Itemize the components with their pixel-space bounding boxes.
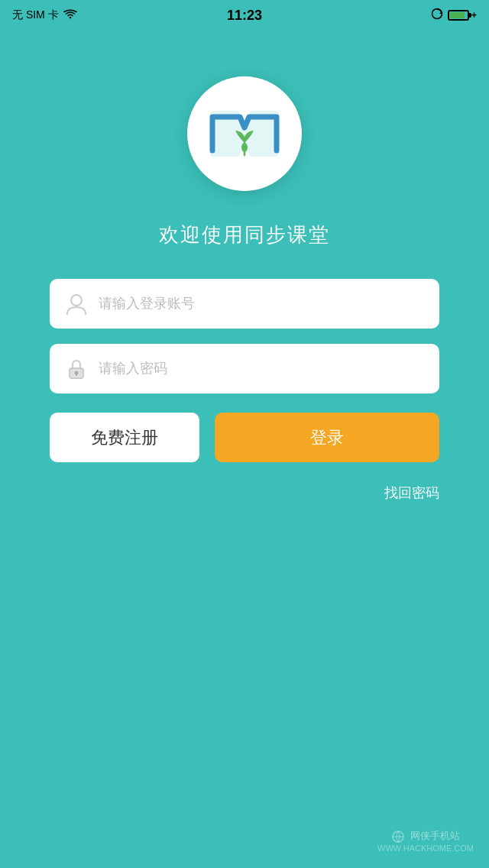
account-icon xyxy=(65,293,88,316)
buttons-row: 免费注册 登录 xyxy=(50,413,439,462)
wifi-icon xyxy=(63,9,77,22)
battery-icon: + xyxy=(448,10,477,21)
status-time: 11:23 xyxy=(227,8,262,24)
watermark-site: 网侠手机站 xyxy=(377,829,474,844)
status-bar: 无 SIM 卡 11:23 + xyxy=(0,0,489,31)
status-right: + xyxy=(431,8,477,23)
svg-point-4 xyxy=(71,295,82,306)
register-button[interactable]: 免费注册 xyxy=(50,413,199,462)
svg-rect-7 xyxy=(76,373,77,376)
password-input[interactable] xyxy=(99,361,424,377)
main-content: 欢迎使用同步课堂 xyxy=(0,31,489,502)
carrier-text: 无 SIM 卡 xyxy=(12,8,59,22)
logo-inner xyxy=(202,99,287,168)
forgot-password-link[interactable]: 找回密码 xyxy=(50,484,439,502)
form-container: 免费注册 登录 找回密码 xyxy=(50,279,439,502)
watermark: 网侠手机站 WWW.HACKHOME.COM xyxy=(377,829,474,853)
watermark-url: WWW.HACKHOME.COM xyxy=(377,844,474,853)
status-left: 无 SIM 卡 xyxy=(12,8,77,22)
account-input-wrapper xyxy=(50,279,439,329)
password-input-wrapper xyxy=(50,344,439,394)
app-logo xyxy=(187,76,302,191)
lock-icon xyxy=(65,358,88,381)
account-input[interactable] xyxy=(99,296,424,312)
welcome-text: 欢迎使用同步课堂 xyxy=(159,222,330,248)
lock-rotation-icon xyxy=(431,8,443,23)
login-button[interactable]: 登录 xyxy=(215,413,439,462)
